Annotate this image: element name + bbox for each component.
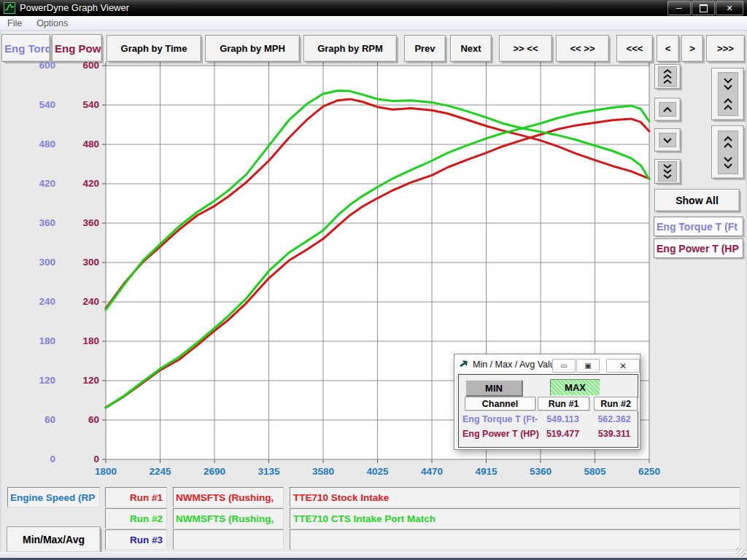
y-axis-label: 120 [58,374,99,386]
y-axis-label: 480 [58,138,99,150]
show-all-button[interactable]: Show All [654,189,740,211]
minmax-avg-button[interactable]: Min/Max/Avg [7,526,101,553]
zoom-in-x-button[interactable]: >> << [499,35,552,62]
x-axis-label: 2245 [137,466,184,477]
y-axis-label: 300 [0,256,55,268]
y-axis-label: 120 [0,374,55,386]
pan-down-button[interactable] [654,128,681,152]
run2-header-label: Run #2 [600,399,631,409]
zoom-out-x-button[interactable]: << >> [556,35,609,62]
resize-grip[interactable] [736,548,746,557]
minmax-window-icon [460,360,469,370]
torque-max-run1-value: 549.113 [538,413,588,425]
menu-bar: File Options [0,16,747,31]
pan-up-fast-button[interactable] [654,64,681,89]
minmax-window[interactable]: Min / Max / Avg Valu... ▭ ▣ ✕ MIN MAX Ch… [454,354,640,450]
run2-column-header[interactable]: Run #2 [594,397,638,411]
power-max-run2-value: 539.311 [591,428,638,440]
next-button[interactable]: Next [450,35,492,62]
chevron-down-icon [659,133,676,147]
pan-left-fast-button[interactable]: <<< [616,35,653,62]
channel-header-label: Channel [482,399,518,409]
graph-by-mph-button[interactable]: Graph by MPH [205,35,300,62]
x-axis-label: 3580 [300,466,347,477]
run3-file-box[interactable] [173,529,284,550]
run3-label-box: Run #3 [105,529,167,550]
chevron-triple-down-icon [658,161,677,182]
powerdyne-window: PowerDyne Graph Viewer ─ ✕ File Options … [0,0,747,560]
torque-channel-box[interactable]: Eng Torque T (Ft [654,217,743,236]
power-channel-box[interactable]: Eng Power T (HP [654,238,743,258]
minmax-window-titlebar[interactable]: Min / Max / Avg Valu... ▭ ▣ ✕ [456,356,640,373]
run2-file: NWMSFTS (Rushing, [176,513,274,524]
run1-header-label: Run #1 [549,399,579,409]
y-axis-label: 240 [58,295,99,308]
run3-comment-box[interactable] [290,529,740,550]
prev-button[interactable]: Prev [404,35,446,62]
minmax-close-icon: ✕ [619,361,627,371]
torque-max-run2-value: 562.362 [591,413,638,425]
max-mode-button[interactable]: MAX [550,379,600,396]
pan-right-fast-button[interactable]: >>> [706,35,745,62]
maximize-button[interactable] [692,1,715,15]
power-channel-box-label: Eng Power T (HP [657,243,739,254]
torque-channel-box-label: Eng Torque T (Ft [657,221,738,233]
y-axis-label: 600 [0,59,55,71]
pan-left-fast-label: <<< [627,43,643,54]
minmax-minimize-button[interactable]: ▭ [552,359,576,373]
torque-axis-labels: 060120180240300360420480540600 [0,0,55,560]
y-axis-label: 60 [0,413,55,426]
pan-down-fast-button[interactable] [654,159,681,184]
show-all-label: Show All [676,195,719,206]
graph-by-rpm-label: Graph by RPM [317,43,383,54]
y-axis-label: 0 [0,453,55,465]
y-axis-label: 420 [0,177,55,190]
x-axis-label: 3135 [246,466,293,477]
power-max-run1-value: 519.477 [538,428,588,440]
run1-file-box[interactable]: NWMSFTS (Rushing, [173,487,284,508]
min-mode-button[interactable]: MIN [465,380,522,396]
run2-file-box[interactable]: NWMSFTS (Rushing, [173,508,284,529]
minmax-window-body: MIN MAX Channel Run #1 Run #2 Eng Torque… [458,374,638,448]
min-mode-label: MIN [485,383,503,394]
x-axis-label: 6250 [626,466,673,477]
graph-by-time-button[interactable]: Graph by Time [107,35,201,62]
chevrons-collapse-vertical-icon [718,72,738,116]
run1-comment-box[interactable]: TTE710 Stock Intake [290,487,740,508]
y-axis-label: 300 [58,256,99,268]
run2-comment-box[interactable]: TTE710 CTS Intake Port Match [290,508,740,529]
y-axis-label: 540 [58,98,99,111]
minmax-maximize-button[interactable]: ▣ [576,359,600,373]
graph-by-rpm-button[interactable]: Graph by RPM [303,35,397,62]
minmax-window-title: Min / Max / Avg Valu... [473,359,562,370]
run2-label: Run #2 [130,513,163,524]
y-axis-label: 240 [0,295,55,308]
title-bar[interactable]: PowerDyne Graph Viewer ─ ✕ [0,0,747,16]
minimize-button[interactable]: ─ [667,1,691,15]
zoom-out-y-button[interactable] [711,125,744,179]
x-channel-button[interactable]: Engine Speed (RP [7,487,100,508]
pan-left-button[interactable]: < [657,35,679,62]
channel-column-header[interactable]: Channel [465,397,535,411]
run1-comment: TTE710 Stock Intake [293,492,389,503]
run3-label: Run #3 [130,534,163,545]
zoom-in-y-button[interactable] [711,68,744,120]
zoom-out-x-label: << >> [570,43,595,54]
close-icon: ✕ [726,4,732,13]
max-mode-label: MAX [565,382,586,393]
y-axis-label: 360 [58,217,99,229]
pan-up-button[interactable] [654,98,681,121]
run1-label: Run #1 [130,492,163,503]
x-axis-label: 4915 [463,466,510,477]
graph-by-mph-label: Graph by MPH [220,43,285,54]
run2-comment: TTE710 CTS Intake Port Match [293,513,436,524]
pan-right-button[interactable]: > [681,35,703,62]
minmax-close-button[interactable]: ✕ [606,359,640,373]
prev-label: Prev [414,43,435,54]
zoom-in-x-label: >> << [514,43,538,54]
run1-column-header[interactable]: Run #1 [538,397,589,411]
pan-right-fast-label: >>> [717,43,734,54]
close-button[interactable]: ✕ [716,1,743,15]
y-axis-label: 180 [58,335,99,347]
y-axis-label: 540 [0,98,55,111]
